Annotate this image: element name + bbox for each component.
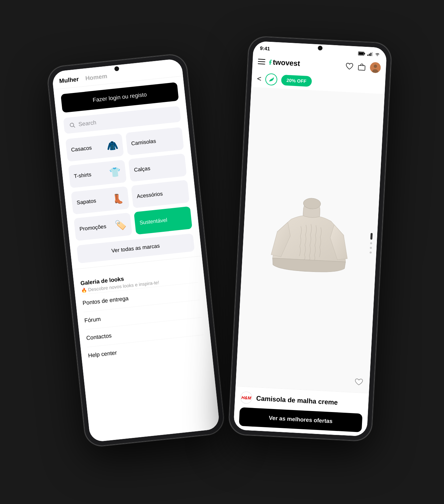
phone-right-screen: 9:41 [233,41,387,436]
promocoes-icon: 🏷️ [114,219,127,231]
hamburger-line-1 [258,59,265,60]
hamburger-line-3 [258,63,265,64]
category-casacos[interactable]: Casacos 🧥 [65,133,124,162]
logo-icon: ᵮ [269,58,272,66]
product-image [264,191,355,289]
phone-left: Mulher Homem Fazer login ou registo Sear… [46,53,225,448]
product-heart-icon [354,378,363,386]
category-camisolas[interactable]: Camisolas [125,127,184,155]
left-content: Mulher Homem Fazer login ou registo Sear… [51,58,220,443]
categories-grid: Casacos 🧥 Camisolas T-shirts 👕 Calças [58,126,199,241]
brand-row: H&M Camisola de malha creme [240,391,363,410]
leaf-icon [268,76,274,83]
scroll-dot-2 [370,242,372,244]
hamburger-menu[interactable] [258,59,265,64]
search-icon [69,122,75,128]
svg-rect-8 [372,52,373,56]
status-icons [358,51,380,56]
tab-homem[interactable]: Homem [85,73,107,82]
status-time: 9:41 [260,45,270,51]
category-sustentavel[interactable]: Sustentável [133,206,192,234]
svg-rect-9 [358,65,365,70]
brand-logo: H&M [240,391,252,404]
scroll-dot-3 [370,247,372,249]
battery-icon [358,51,366,55]
category-sapatos[interactable]: Sapatos 👢 [71,186,129,214]
category-promocoes[interactable]: Promoções 🏷️ [73,212,132,241]
logo-name: twovest [272,58,300,68]
svg-rect-4 [358,52,363,55]
casacos-icon: 🧥 [106,139,119,151]
svg-rect-6 [369,53,370,56]
product-image-area [235,87,385,393]
wifi-icon [375,52,380,56]
menu-section: Galeria de looks 🔥 Descobre novos looks … [72,259,212,365]
heart-icon [345,62,353,70]
tshirt-icon: 👕 [109,166,121,178]
tab-mulher[interactable]: Mulher [59,76,79,85]
avatar-button[interactable] [370,62,381,73]
svg-rect-5 [367,54,368,56]
signal-icon [367,52,373,56]
scroll-dots [369,233,372,254]
wishlist-header-button[interactable] [345,62,353,70]
bag-icon [358,63,365,71]
product-wishlist-button[interactable] [352,376,365,388]
phone-left-screen: Mulher Homem Fazer login ou registo Sear… [51,58,220,443]
sapatos-icon: 👢 [111,193,124,205]
search-placeholder: Search [78,119,97,128]
product-name: Camisola de malha creme [256,394,338,406]
phone-right: 9:41 [228,36,392,442]
product-info: H&M Camisola de malha creme Ver as melho… [233,386,369,437]
category-acessorios[interactable]: Acessórios [131,180,189,208]
header-icons [345,61,381,73]
scroll-dot-4 [369,251,371,253]
category-tshirts[interactable]: T-shirts 👕 [68,160,127,188]
app-logo: ᵮ twovest [269,58,342,70]
category-calcas[interactable]: Calças [128,153,187,182]
svg-rect-7 [370,52,372,56]
discount-badge: 20% OFF [281,75,311,87]
back-button[interactable]: < [257,74,261,83]
user-avatar [370,62,381,73]
cart-button[interactable] [358,63,365,71]
phones-container: Mulher Homem Fazer login ou registo Sear… [56,20,388,484]
eco-badge [265,73,277,86]
right-content: 9:41 [233,41,387,436]
scroll-dot-1 [370,233,373,240]
buy-button[interactable]: Ver as melhores ofertas [239,407,362,432]
svg-point-0 [70,123,74,127]
svg-line-1 [73,126,75,127]
hamburger-line-2 [258,61,265,62]
